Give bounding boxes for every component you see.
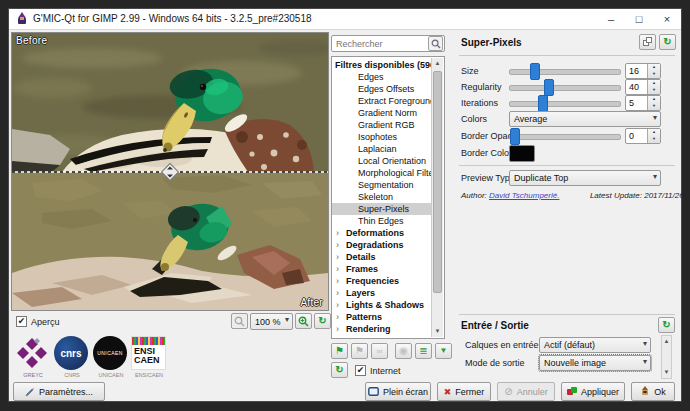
filter-item[interactable]: Local Orientation — [332, 155, 432, 167]
flag-remove-icon: ⚑ — [355, 346, 364, 356]
filter-item[interactable]: Thin Edges — [332, 215, 432, 227]
colors-combo[interactable]: Average ▾ — [509, 111, 661, 127]
logo-unicaen[interactable]: UNICAEN UNICAEN — [93, 336, 129, 380]
filter-category[interactable]: ›Deformations — [332, 227, 432, 239]
io-reset-button[interactable]: ↻ — [658, 317, 675, 333]
search-icon — [431, 39, 441, 49]
filter-list-scrollbar[interactable]: ▲ ▼ — [431, 58, 443, 337]
filter-category[interactable]: ›Frequencies — [332, 275, 432, 287]
filter-category[interactable]: ›Degradations — [332, 239, 432, 251]
iterations-spinbox[interactable]: 5 ▲▼ — [625, 95, 661, 111]
scroll-up-icon[interactable]: ▲ — [661, 336, 672, 347]
before-label: Before — [16, 35, 47, 46]
filter-item[interactable]: Gradient Norm — [332, 107, 432, 119]
spin-up-icon[interactable]: ▲ — [652, 64, 656, 71]
logo-cnrs[interactable]: cnrs CNRS — [54, 336, 90, 380]
preview-type-combo[interactable]: Duplicate Top ▾ — [509, 170, 661, 186]
add-fave-button[interactable]: ⚑ — [331, 343, 348, 359]
scroll-down-icon[interactable]: ▼ — [661, 367, 672, 378]
filter-item[interactable]: Isophotes — [332, 131, 432, 143]
ok-button[interactable]: Ok — [631, 382, 675, 401]
border-opacity-value: 0 — [629, 131, 634, 141]
chevron-down-icon: ▾ — [653, 113, 657, 122]
internet-checkbox[interactable]: ✔ — [355, 365, 366, 376]
filter-item[interactable]: Gradient RGB — [332, 119, 432, 131]
expand-list-button[interactable]: ≣ — [415, 343, 432, 359]
io-scrollbar[interactable]: ▲ ▼ — [661, 335, 672, 379]
titlebar[interactable]: G'MIC-Qt for GIMP 2.99 - Windows 64 bits… — [9, 9, 681, 30]
regularity-slider[interactable] — [509, 79, 621, 95]
spin-up-icon[interactable]: ▲ — [652, 96, 656, 103]
filter-item[interactable]: Skeleton — [332, 191, 432, 203]
apercu-checkbox[interactable]: ✔ — [16, 316, 27, 327]
spin-up-icon[interactable]: ▲ — [652, 80, 656, 87]
spin-up-icon[interactable]: ▲ — [652, 129, 656, 136]
filter-item[interactable]: Laplacian — [332, 143, 432, 155]
cnrs-logo-icon: cnrs — [54, 336, 88, 370]
size-spinbox[interactable]: 16 ▲▼ — [625, 63, 661, 79]
filter-category[interactable]: ›Frames — [332, 263, 432, 275]
input-layers-combo[interactable]: Actif (défaut) ▾ — [539, 337, 651, 353]
spin-down-icon[interactable]: ▼ — [652, 71, 656, 78]
zoom-level-combo[interactable]: 100 % ▾ — [250, 313, 293, 330]
rename-fave-button[interactable]: txt — [371, 343, 388, 359]
search-button[interactable] — [428, 36, 443, 51]
zoom-out-button[interactable] — [231, 313, 248, 329]
logo-ensicaen[interactable]: ENSICAEN ENSICAEN — [131, 336, 167, 380]
filter-category[interactable]: ›Rendering — [332, 323, 432, 335]
close-button[interactable]: × — [653, 9, 681, 29]
copy-params-button[interactable] — [639, 34, 656, 50]
fermer-button-label: Fermer — [455, 387, 484, 397]
border-opacity-slider[interactable] — [509, 128, 621, 144]
regularity-slider-handle[interactable] — [544, 79, 554, 96]
preview-image[interactable]: Before After — [11, 32, 329, 311]
scroll-down-icon[interactable]: ▼ — [432, 326, 443, 337]
filter-item[interactable]: Edges — [332, 71, 432, 83]
border-opacity-slider-handle[interactable] — [510, 128, 520, 145]
size-slider-handle[interactable] — [530, 63, 540, 80]
scroll-up-icon[interactable]: ▲ — [432, 58, 443, 69]
filter-item[interactable]: Extract Foreground [Intera — [332, 95, 432, 107]
author-link[interactable]: David Tschumperlé. — [489, 191, 559, 200]
iterations-slider[interactable] — [509, 95, 621, 111]
logo-greyc[interactable]: GREYC — [15, 336, 51, 380]
update-filters-button[interactable]: ↻ — [331, 362, 348, 378]
maximize-button[interactable]: □ — [625, 9, 653, 29]
appliquer-button[interactable]: Appliquer — [561, 382, 625, 401]
border-opacity-spinbox[interactable]: 0 ▲▼ — [625, 128, 661, 144]
duck-preview-graphic — [12, 33, 328, 310]
flag-add-icon: ⚑ — [335, 346, 344, 356]
fullscreen-button[interactable]: Plein écran — [365, 382, 431, 401]
preview-refresh-button[interactable]: ↻ — [314, 313, 331, 329]
chevron-right-icon: › — [336, 299, 339, 311]
spin-down-icon[interactable]: ▼ — [652, 103, 656, 110]
spin-down-icon[interactable]: ▼ — [652, 136, 656, 143]
filter-category[interactable]: ›Lights & Shadows — [332, 299, 432, 311]
unicaen-logo-icon: UNICAEN — [93, 336, 127, 370]
scrollbar-thumb[interactable] — [433, 71, 442, 293]
minimize-button[interactable]: – — [597, 9, 625, 29]
zoom-in-button[interactable] — [295, 313, 312, 329]
output-mode-combo[interactable]: Nouvelle image ▾ — [539, 355, 651, 371]
filter-category[interactable]: ›Details — [332, 251, 432, 263]
border-color-swatch[interactable] — [509, 145, 535, 162]
remove-fave-button[interactable]: ⚑ — [351, 343, 368, 359]
settings-button[interactable]: Paramètres... — [13, 382, 105, 401]
iterations-slider-handle[interactable] — [538, 95, 548, 112]
filter-item-selected[interactable]: Super-Pixels — [332, 203, 432, 215]
filter-item[interactable]: Morphological Filter — [332, 167, 432, 179]
filter-item[interactable]: Edges Offsets — [332, 83, 432, 95]
filter-list: Filtres disponibles (596) Edges Edges Of… — [331, 56, 445, 339]
regularity-spinbox[interactable]: 40 ▲▼ — [625, 79, 661, 95]
size-slider[interactable] — [509, 63, 621, 79]
spin-down-icon[interactable]: ▼ — [652, 87, 656, 94]
filter-item[interactable]: Segmentation — [332, 179, 432, 191]
ensicaen-caption: ENSICAEN — [131, 372, 167, 378]
reset-params-button[interactable]: ↻ — [659, 34, 676, 50]
faves-button[interactable]: ◉ — [395, 343, 412, 359]
filter-category[interactable]: ›Layers — [332, 287, 432, 299]
filter-category[interactable]: ›Patterns — [332, 311, 432, 323]
collapse-button[interactable]: ▼ — [435, 343, 452, 359]
faces-icon: ◉ — [399, 346, 408, 356]
fermer-button[interactable]: ✖ Fermer — [437, 382, 491, 401]
